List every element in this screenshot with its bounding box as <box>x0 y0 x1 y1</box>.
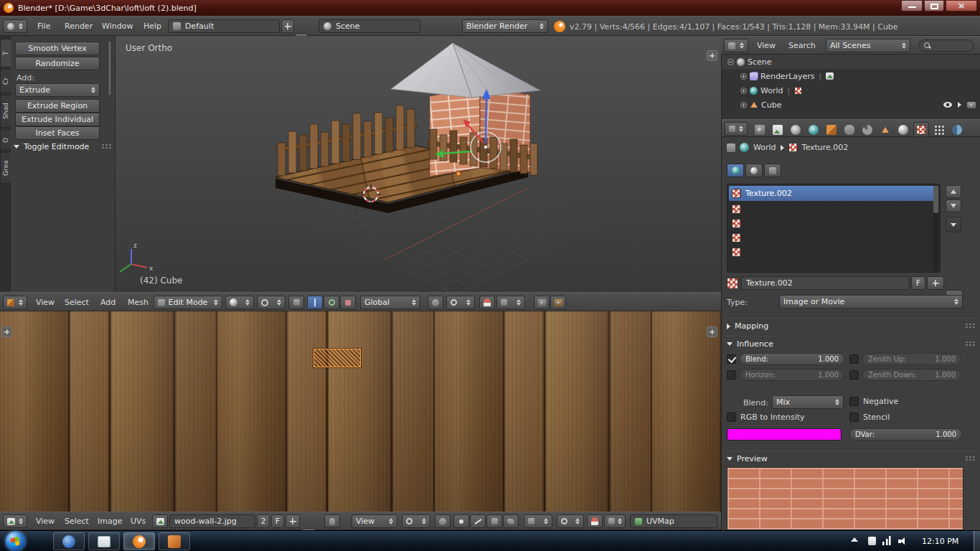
breadcrumb-world[interactable]: World <box>753 143 776 152</box>
zenith-down-slider[interactable]: Zenith Down:1.000 <box>862 369 961 381</box>
tab-material[interactable] <box>895 122 911 137</box>
tab-shading-uvs[interactable]: Shad <box>0 95 11 128</box>
panel-drag-handle[interactable] <box>101 143 113 150</box>
tab-world[interactable] <box>806 122 821 137</box>
extrude-dropdown[interactable]: Extrude <box>15 83 100 97</box>
uv-menu-view[interactable]: View <box>32 517 59 526</box>
taskbar-app-1[interactable] <box>53 532 85 550</box>
uv-menu-uvs[interactable]: UVs <box>126 517 150 526</box>
zenith-up-slider[interactable]: Zenith Up:1.000 <box>862 353 961 365</box>
horizon-slider[interactable]: Horizon:1.000 <box>740 369 844 381</box>
tab-options[interactable]: O <box>0 129 11 151</box>
slot-specials-menu-button[interactable] <box>946 217 961 232</box>
display-view-dropdown[interactable]: View <box>352 514 397 528</box>
uvmap-selector[interactable]: UVMap <box>630 514 717 528</box>
fake-user-button[interactable]: F <box>911 276 925 290</box>
snap-element-dropdown[interactable] <box>496 296 525 309</box>
visibility-eye-icon[interactable] <box>943 102 952 108</box>
tab-particles[interactable] <box>931 122 947 137</box>
uv-image-editor[interactable] <box>0 311 721 512</box>
editor-type-3dview-button[interactable] <box>3 296 27 309</box>
proportional-edit-dropdown[interactable] <box>446 296 475 309</box>
mapping-panel-header[interactable]: Mapping <box>727 318 976 331</box>
action-center-icon[interactable] <box>868 537 876 545</box>
transform-orientation-dropdown[interactable]: Global <box>360 296 420 309</box>
zenith-up-checkbox[interactable] <box>849 354 859 364</box>
texture-slot-icon[interactable] <box>732 233 741 242</box>
context-browse-icon[interactable] <box>727 143 735 152</box>
menu-select[interactable]: Select <box>60 298 93 307</box>
uv-snap-magnet-toggle[interactable] <box>587 514 603 528</box>
start-button[interactable] <box>6 532 25 551</box>
tab-tools[interactable]: T <box>0 39 11 67</box>
texture-slot-list[interactable]: Texture.002 <box>727 184 941 273</box>
texture-slot-icon[interactable] <box>732 219 741 228</box>
other-texture-context-button[interactable] <box>764 164 781 177</box>
toggle-editmode-panel-header[interactable]: Toggle Editmode <box>14 142 113 151</box>
editor-type-info-button[interactable] <box>3 19 27 33</box>
tab-grease-pencil[interactable]: Grea <box>0 152 11 184</box>
render-engine-dropdown[interactable]: Blender Render <box>462 19 548 33</box>
blend-mode-dropdown[interactable]: Mix <box>772 395 844 409</box>
texture-color-swatch[interactable] <box>727 428 842 441</box>
render-opengl-anim-button[interactable] <box>550 296 566 309</box>
scene-selector[interactable]: Scene <box>319 19 420 33</box>
viewport-shading-dropdown[interactable] <box>225 296 254 309</box>
selectability-arrow-icon[interactable] <box>958 102 961 108</box>
expand-icon[interactable] <box>740 88 747 94</box>
renderability-camera-icon[interactable] <box>967 102 976 108</box>
extrude-individual-button[interactable]: Extrude Individual <box>15 113 100 126</box>
panel-drag-handle[interactable] <box>965 323 976 329</box>
tab-texture[interactable] <box>913 122 929 137</box>
browse-image-button[interactable] <box>152 514 168 528</box>
uv-edge-select-button[interactable] <box>470 514 486 528</box>
new-image-button[interactable] <box>286 514 300 528</box>
zenith-down-checkbox[interactable] <box>849 370 859 380</box>
slot-move-down-button[interactable] <box>946 199 961 212</box>
sticky-selection-dropdown[interactable] <box>524 514 552 528</box>
uv-proportional-edit-dropdown[interactable] <box>557 514 584 528</box>
tab-render[interactable] <box>752 122 768 137</box>
outliner-menu-search[interactable]: Search <box>784 41 820 50</box>
tab-modifiers[interactable] <box>859 122 875 137</box>
tool-shelf-scrollbar[interactable] <box>108 40 112 96</box>
panel-drag-handle[interactable] <box>965 456 976 462</box>
expand-icon[interactable] <box>740 73 747 80</box>
outliner-item-label[interactable]: Scene <box>748 57 772 67</box>
outliner-search-field[interactable] <box>918 39 974 52</box>
breadcrumb-texture[interactable]: Texture.002 <box>802 143 849 152</box>
blend-checkbox[interactable] <box>727 354 736 364</box>
uv-snap-element-dropdown[interactable] <box>604 514 626 528</box>
mode-dropdown[interactable]: Edit Mode <box>154 296 222 309</box>
uv-face-select-button[interactable] <box>486 514 502 528</box>
menu-mesh[interactable]: Mesh <box>123 298 153 307</box>
screen-layout-selector[interactable]: Default <box>168 19 280 33</box>
viewport-canvas[interactable]: x z <box>116 36 721 292</box>
taskbar-app-2[interactable] <box>88 532 120 550</box>
uv-toolshelf-region-toggle[interactable] <box>1 326 12 337</box>
editor-type-image-button[interactable] <box>3 514 27 528</box>
blend-slider[interactable]: Blend:1.000 <box>740 353 844 365</box>
outliner-row-world[interactable]: World | <box>722 83 980 98</box>
viewport-properties-region-toggle[interactable] <box>707 50 717 61</box>
uv-vertex-select-button[interactable] <box>453 514 469 528</box>
tab-data[interactable] <box>877 122 893 137</box>
outliner-row-renderlayers[interactable]: RenderLayers | <box>722 69 980 83</box>
slot-move-up-button[interactable] <box>946 185 961 198</box>
add-layout-button[interactable] <box>281 19 294 33</box>
window-titlebar[interactable]: Blender* [D:\Game\3dChar\loft\loft (2).b… <box>0 0 980 16</box>
network-icon[interactable] <box>882 536 891 545</box>
uv-menu-image[interactable]: Image <box>93 517 126 526</box>
panel-drag-handle[interactable] <box>965 341 976 347</box>
pivot-point-dropdown[interactable] <box>257 296 286 309</box>
taskbar-app-blender[interactable] <box>123 532 155 550</box>
uv-properties-region-toggle[interactable] <box>707 326 717 337</box>
texture-name-field[interactable]: Texture.002 <box>741 276 910 290</box>
minimize-button[interactable] <box>901 0 923 11</box>
tab-scene[interactable] <box>788 122 804 137</box>
manipulator-rotate-toggle[interactable] <box>324 296 339 309</box>
snap-magnet-toggle[interactable] <box>479 296 495 309</box>
clock[interactable]: 12:10 PM <box>922 537 958 546</box>
texture-slot-icon[interactable] <box>732 204 741 214</box>
tab-constraints[interactable] <box>842 122 857 137</box>
